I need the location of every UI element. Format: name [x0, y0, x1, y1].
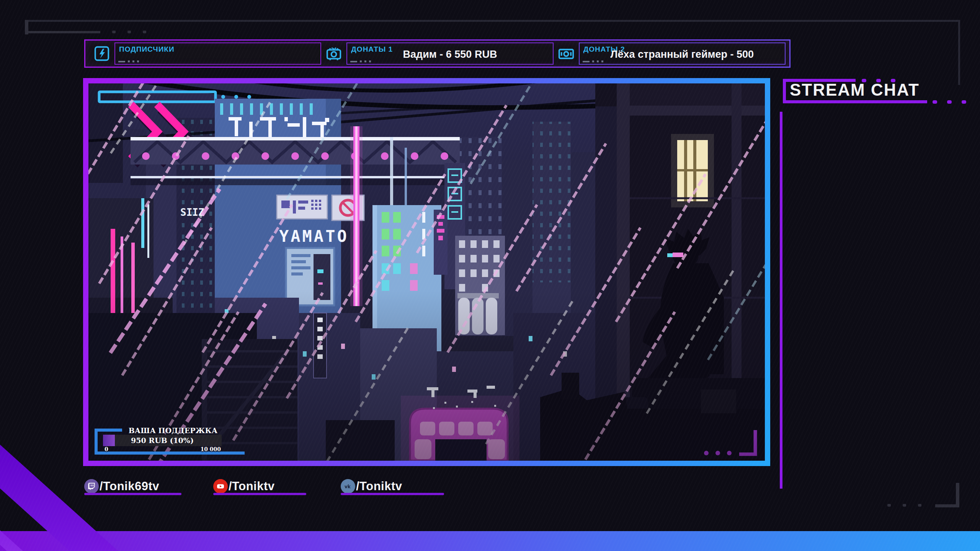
top-left-dots — [143, 31, 146, 33]
vk-icon: vk — [341, 479, 355, 494]
support-goal-widget: ВАША ПОДДЕРЖКА 950 RUB (10%) 0 10 000 — [95, 427, 248, 456]
scene-art: YAMATO SIIZ — [88, 83, 765, 461]
frame-top-line — [25, 20, 960, 22]
goal-bracket — [95, 452, 245, 455]
stream-overlay: ПОДПИСЧИКИ ДОНАТЫ 1 Вадим - 6 550 RUB ДО… — [0, 0, 980, 551]
goal-range-min: 0 — [105, 446, 108, 452]
goal-bracket — [95, 429, 98, 454]
bottom-right-bracket — [935, 504, 959, 507]
bottom-gradient-band — [0, 531, 980, 551]
stream-chat-title: STREAM CHAT — [790, 80, 920, 99]
goal-progress-label: 950 RUB (10%) — [103, 435, 222, 446]
panel-decoration — [118, 60, 139, 62]
stream-chat-divider — [780, 112, 782, 489]
vk-handle: /Toniktv — [356, 479, 402, 493]
social-underline — [84, 493, 181, 495]
twitch-handle: /Tonik69tv — [100, 479, 159, 493]
frame-right-line — [958, 20, 960, 85]
webcam-scene: YAMATO SIIZ — [88, 83, 765, 461]
panel-decoration — [583, 60, 603, 62]
social-underline — [341, 493, 444, 495]
donations2-panel: ДОНАТЫ 2 Лёха странный геймер - 500 — [579, 42, 786, 65]
top-left-bracket — [28, 31, 100, 33]
vignette — [88, 83, 765, 461]
donation-cam-icon — [325, 45, 343, 62]
top-left-bracket — [25, 20, 28, 34]
donations1-value: Вадим - 6 550 RUB — [347, 43, 552, 64]
top-left-dots — [112, 31, 116, 33]
donations1-panel: ДОНАТЫ 1 Вадим - 6 550 RUB — [346, 42, 553, 65]
twitch-icon — [84, 479, 99, 494]
youtube-icon — [213, 479, 228, 494]
alerts-topbar: ПОДПИСЧИКИ ДОНАТЫ 1 Вадим - 6 550 RUB ДО… — [84, 39, 791, 68]
bottom-right-dots — [918, 504, 921, 507]
bottom-right-dots — [887, 504, 891, 507]
goal-progress-bar: 950 RUB (10%) — [103, 435, 222, 446]
follower-bolt-icon — [93, 45, 111, 62]
panel-decoration — [350, 60, 371, 62]
subscribers-value — [115, 43, 320, 64]
social-underline — [213, 493, 306, 495]
banknote-icon — [557, 45, 575, 62]
goal-title: ВАША ПОДДЕРЖКА — [110, 426, 236, 435]
top-left-dots — [127, 31, 131, 33]
webcam-frame: YAMATO SIIZ — [83, 78, 770, 466]
bottom-right-dots — [903, 504, 906, 507]
stream-chat-header: STREAM CHAT — [783, 79, 967, 109]
goal-range-max: 10 000 — [186, 446, 221, 452]
bottom-right-bracket — [956, 483, 959, 507]
svg-text:vk: vk — [345, 484, 351, 489]
youtube-handle: /Toniktv — [229, 479, 275, 493]
donations2-value: Лёха странный геймер - 500 — [580, 43, 785, 64]
subscribers-panel: ПОДПИСЧИКИ — [114, 42, 321, 65]
